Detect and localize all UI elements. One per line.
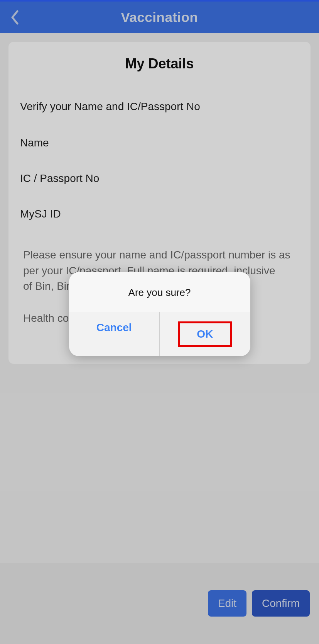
confirmation-dialog: Are you sure? Cancel OK [69, 272, 250, 356]
cancel-button[interactable]: Cancel [69, 312, 160, 356]
dialog-button-row: Cancel OK [69, 312, 250, 356]
ok-button-label: OK [178, 321, 232, 347]
ok-button[interactable]: OK [159, 312, 250, 356]
cancel-button-label: Cancel [96, 321, 132, 333]
dialog-message: Are you sure? [69, 272, 250, 312]
